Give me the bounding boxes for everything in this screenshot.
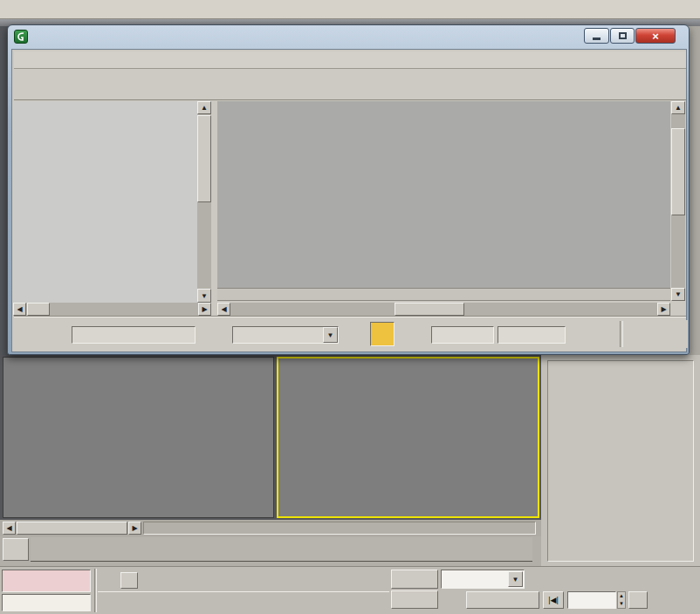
select-by-name-icon[interactable] xyxy=(204,323,230,347)
zoom-selected-object-icon[interactable] xyxy=(40,323,65,347)
graph-hscroll-thumb[interactable] xyxy=(395,303,464,316)
close-button[interactable]: × xyxy=(635,28,676,44)
tree-scroll-left[interactable]: ◀ xyxy=(13,303,26,316)
set-key-button[interactable] xyxy=(391,590,438,609)
graph-scroll-up[interactable]: ▲ xyxy=(671,101,685,114)
tree-hscroll-thumb[interactable] xyxy=(27,303,50,316)
time-slider-next[interactable]: ▶ xyxy=(128,522,141,535)
track-bar xyxy=(0,536,541,566)
right-dock-strip xyxy=(688,26,700,358)
selection-set-combo[interactable]: ▼ xyxy=(441,570,525,589)
graph-scroll-right[interactable]: ▶ xyxy=(657,303,670,316)
status-bar: ▼ |◀| ▲▼ xyxy=(0,566,700,614)
trackview-window: × ▲ ▼ ◀ ▶ ◀ ▶ ▲ ▼ xyxy=(7,24,690,355)
trackview-toolbar xyxy=(14,69,686,100)
command-panel xyxy=(541,355,700,567)
maximize-button[interactable] xyxy=(610,28,635,44)
key-stats-icon[interactable] xyxy=(574,321,613,347)
command-panel-rollout xyxy=(547,360,694,562)
time-slider-row: ◀ ▶ xyxy=(0,520,541,536)
tree-scroll-right[interactable]: ▶ xyxy=(198,303,211,316)
selection-set-arrow[interactable]: ▼ xyxy=(323,327,338,343)
key-filters-button[interactable] xyxy=(466,591,539,609)
curve-graph[interactable] xyxy=(217,101,670,288)
dope-sheet-layout-button[interactable] xyxy=(396,322,421,346)
time-tag-field[interactable] xyxy=(2,594,91,611)
maxscript-mini-listener[interactable] xyxy=(2,570,91,592)
current-frame-field[interactable] xyxy=(567,591,616,609)
track-sets-button[interactable] xyxy=(346,322,368,346)
tree-scroll-down[interactable]: ▼ xyxy=(197,289,211,303)
frame-readout[interactable] xyxy=(17,522,127,535)
selection-set-dropdown[interactable]: ▼ xyxy=(232,326,339,344)
time-slider-prev[interactable]: ◀ xyxy=(3,522,16,535)
trackview-menubar xyxy=(14,51,686,69)
track-selection-input[interactable] xyxy=(72,326,196,344)
key-time-field[interactable] xyxy=(431,326,494,344)
zoom-value-extents-button[interactable] xyxy=(660,320,688,348)
main-menubar xyxy=(0,0,700,19)
viewport-left-active[interactable] xyxy=(277,357,539,518)
playback-controls xyxy=(543,570,665,589)
graph-scroll-down[interactable]: ▼ xyxy=(671,288,685,301)
prompt-line xyxy=(98,591,389,611)
selection-lock-icon[interactable] xyxy=(100,571,115,589)
tree-vscroll-thumb[interactable] xyxy=(197,115,211,202)
trackview-client: ▲ ▼ ◀ ▶ ◀ ▶ ▲ ▼ ▼ xyxy=(11,49,687,352)
graph-vscroll-thumb[interactable] xyxy=(671,128,685,215)
viewport-nav-row2 xyxy=(653,591,700,611)
coordinate-fields xyxy=(141,572,344,590)
key-value-field[interactable] xyxy=(498,326,566,344)
zoom-horizontal-extents-button[interactable] xyxy=(628,320,656,348)
graph-scroll-left[interactable]: ◀ xyxy=(217,303,230,316)
trackview-window-icon xyxy=(14,30,28,44)
time-slider-track[interactable] xyxy=(143,522,536,535)
viewport-nav-row1 xyxy=(653,570,700,589)
minimize-button[interactable] xyxy=(584,28,609,44)
graph-time-ruler[interactable] xyxy=(217,288,670,301)
absolute-mode-button[interactable] xyxy=(120,572,138,589)
auto-key-button[interactable] xyxy=(391,570,438,589)
track-bar-ruler[interactable] xyxy=(31,537,532,562)
frame-spinner[interactable]: ▲▼ xyxy=(617,591,626,609)
viewport-front[interactable] xyxy=(3,357,274,518)
statusbar-divider xyxy=(94,569,97,612)
mini-curve-editor-button[interactable] xyxy=(3,538,29,561)
trackview-footer: ▼ xyxy=(14,317,686,351)
selection-set-combo-arrow[interactable]: ▼ xyxy=(508,571,523,587)
footer-separator xyxy=(620,321,623,347)
controller-tree xyxy=(13,101,211,303)
curve-layout-button[interactable] xyxy=(370,322,395,346)
tree-scroll-up[interactable]: ▲ xyxy=(197,101,211,114)
default-tangent-icon[interactable] xyxy=(441,591,463,609)
key-mode-toggle[interactable]: |◀| xyxy=(543,591,564,609)
time-configuration-button[interactable] xyxy=(628,591,648,609)
